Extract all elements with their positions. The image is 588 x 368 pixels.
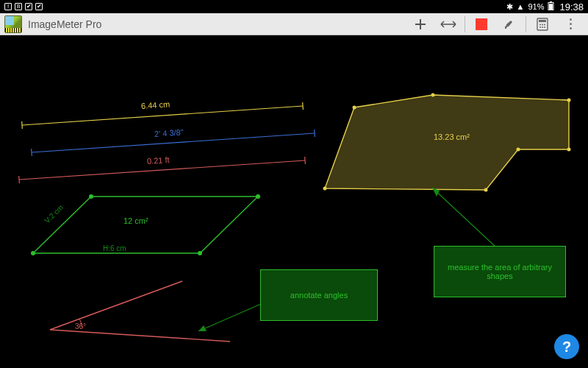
svg-point-9: [539, 26, 541, 28]
svg-line-13: [22, 121, 23, 129]
signal-icon: ▲: [517, 2, 525, 11]
toolbar-divider: [526, 16, 526, 32]
svg-rect-3: [476, 18, 487, 30]
battery-pct: 91%: [528, 2, 544, 11]
add-button[interactable]: [407, 14, 434, 35]
svg-point-25: [198, 251, 202, 255]
svg-point-24: [256, 194, 260, 199]
brush-button[interactable]: [496, 14, 523, 35]
note-measure-area[interactable]: measure the area of arbitrary shapes: [434, 246, 566, 297]
svg-rect-2: [549, 4, 553, 10]
svg-point-29: [431, 93, 435, 97]
svg-point-7: [542, 24, 543, 25]
svg-line-34: [432, 188, 496, 247]
svg-line-36: [50, 281, 182, 330]
status-clock: 19:38: [559, 1, 584, 13]
svg-line-37: [50, 330, 230, 342]
overflow-menu-button[interactable]: [557, 14, 584, 35]
app-title: ImageMeter Pro: [28, 18, 101, 30]
svg-point-8: [544, 24, 545, 25]
color-swatch[interactable]: [468, 14, 495, 35]
svg-point-11: [544, 26, 545, 28]
svg-point-30: [567, 99, 571, 102]
svg-rect-5: [539, 20, 546, 22]
svg-point-32: [517, 148, 520, 152]
drawing-canvas[interactable]: 6.44 cm 2' 4 3/8" 0.21 ft 12 cm² V:2 cm …: [0, 35, 588, 368]
battery-icon: [548, 1, 554, 12]
help-fab[interactable]: ?: [554, 334, 579, 359]
svg-line-38: [198, 304, 261, 331]
svg-line-14: [303, 102, 304, 110]
toolbar-divider: [465, 16, 465, 32]
android-status-bar: ! 8 ✔ ✔ ✱ ▲ 91% 19:38: [0, 0, 588, 13]
green-h-label: H:6 cm: [103, 244, 126, 252]
calculator-button[interactable]: [529, 14, 556, 35]
bluetooth-icon: ✱: [506, 2, 513, 12]
red-line-label: 0.21 ft: [147, 155, 170, 166]
svg-point-10: [542, 26, 543, 28]
note-text: annotate angles: [290, 291, 348, 300]
svg-point-31: [567, 148, 571, 152]
green-area-label: 12 cm²: [123, 216, 148, 225]
status-badge: 8: [15, 3, 22, 10]
svg-line-16: [32, 149, 32, 156]
app-toolbar: ImageMeter Pro: [0, 13, 588, 35]
status-right: ✱ ▲ 91% 19:38: [506, 1, 584, 13]
svg-line-17: [315, 130, 315, 137]
status-badge: ✔: [25, 3, 32, 10]
svg-point-6: [539, 24, 541, 25]
app-icon: [4, 15, 22, 33]
angle-label: 36°: [75, 322, 86, 330]
note-annotate-angles[interactable]: annotate angles: [260, 269, 378, 321]
svg-point-28: [353, 106, 356, 110]
svg-line-19: [19, 176, 20, 183]
status-badge: ✔: [35, 3, 43, 10]
svg-marker-26: [325, 95, 569, 190]
svg-point-33: [484, 188, 488, 192]
status-badge: !: [4, 3, 12, 10]
svg-point-23: [89, 194, 93, 199]
help-icon: ?: [562, 339, 571, 355]
dimension-button[interactable]: [435, 14, 462, 35]
yellow-area-label: 13.23 cm²: [434, 132, 470, 141]
svg-point-22: [31, 251, 35, 255]
svg-point-27: [323, 187, 327, 191]
svg-line-20: [305, 157, 306, 164]
status-left: ! 8 ✔ ✔: [4, 3, 43, 10]
note-text: measure the area of arbitrary shapes: [437, 263, 562, 280]
svg-rect-1: [550, 1, 552, 3]
